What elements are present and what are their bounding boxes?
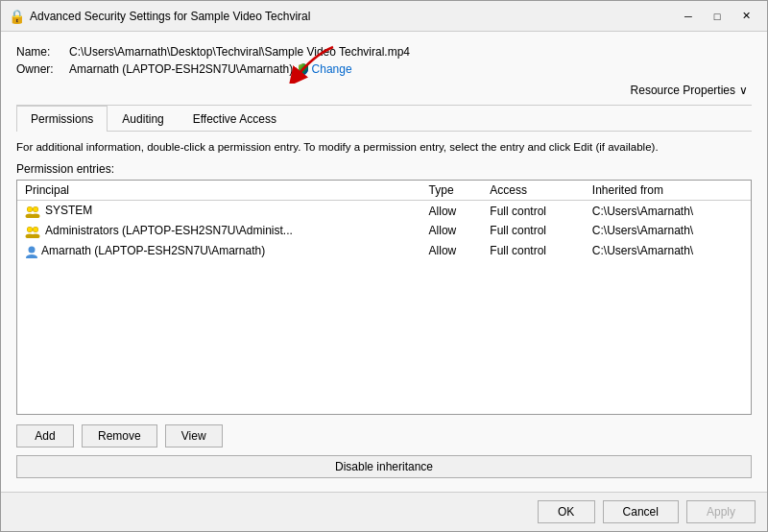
cell-type: Allow (421, 201, 483, 221)
minimize-button[interactable]: ─ (675, 7, 702, 26)
permissions-table-container: Principal Type Access Inherited from SYS… (16, 180, 752, 415)
action-buttons: Add Remove View (16, 424, 752, 447)
col-header-type: Type (421, 181, 483, 201)
tab-bar: Permissions Auditing Effective Access (16, 106, 752, 132)
owner-value: Amarnath (LAPTOP-ESH2SN7U\Amarnath) (69, 62, 293, 76)
cell-principal: SYSTEM (17, 201, 421, 221)
col-header-principal: Principal (17, 181, 421, 201)
tab-effective-access[interactable]: Effective Access (179, 106, 291, 132)
close-button[interactable]: ✕ (732, 7, 759, 26)
user-icon (25, 245, 38, 258)
resource-properties-row: Resource Properties ∨ (16, 82, 752, 99)
main-content: Name: C:\Users\Amarnath\Desktop\Techvira… (1, 32, 767, 492)
tab-permissions[interactable]: Permissions (16, 106, 108, 132)
footer: OK Cancel Apply (1, 492, 767, 531)
cell-principal: Amarnath (LAPTOP-ESH2SN7U\Amarnath) (17, 241, 421, 261)
table-row[interactable]: SYSTEMAllowFull controlC:\Users\Amarnath… (17, 201, 751, 221)
resource-properties-label: Resource Properties (631, 84, 735, 97)
group-icon (25, 205, 42, 218)
svg-point-4 (28, 206, 33, 211)
permissions-table: Principal Type Access Inherited from SYS… (17, 181, 751, 260)
col-header-access: Access (482, 181, 585, 201)
cancel-button[interactable]: Cancel (603, 500, 679, 523)
remove-button[interactable]: Remove (82, 424, 157, 447)
group-icon (25, 225, 42, 238)
name-label: Name: (16, 45, 69, 59)
view-button[interactable]: View (165, 424, 223, 447)
cell-inherited: C:\Users\Amarnath\ (585, 201, 751, 221)
chevron-down-icon: ∨ (739, 84, 748, 97)
resource-properties-button[interactable]: Resource Properties ∨ (627, 82, 752, 99)
tab-auditing[interactable]: Auditing (108, 106, 178, 132)
owner-label: Owner: (16, 62, 69, 76)
window-title: Advanced Security Settings for Sample Vi… (30, 10, 675, 23)
name-value: C:\Users\Amarnath\Desktop\Techviral\Samp… (69, 45, 410, 59)
svg-point-13 (26, 254, 37, 258)
owner-row: Owner: Amarnath (LAPTOP-ESH2SN7U\Amarnat… (16, 62, 752, 76)
svg-point-11 (34, 227, 38, 231)
ok-button[interactable]: OK (538, 500, 595, 523)
apply-button[interactable]: Apply (686, 500, 756, 523)
svg-point-12 (29, 246, 36, 253)
maximize-button[interactable]: □ (704, 7, 731, 26)
cell-access: Full control (482, 221, 585, 241)
add-button[interactable]: Add (16, 424, 74, 447)
help-text: For additional information, double-click… (16, 139, 752, 155)
disable-inheritance-button[interactable]: Disable inheritance (16, 455, 752, 478)
change-link[interactable]: Change (312, 62, 352, 76)
shield-icon (297, 62, 310, 76)
cell-principal: Administrators (LAPTOP-ESH2SN7U\Administ… (17, 221, 421, 241)
cell-inherited: C:\Users\Amarnath\ (585, 241, 751, 261)
cell-access: Full control (482, 201, 585, 221)
window-icon: 🔒 (9, 9, 24, 24)
svg-point-10 (28, 227, 33, 231)
cell-type: Allow (421, 241, 483, 261)
svg-point-5 (34, 206, 38, 211)
title-controls: ─ □ ✕ (675, 7, 759, 26)
cell-access: Full control (482, 241, 585, 261)
permission-entries-label: Permission entries: (16, 162, 752, 176)
main-window: 🔒 Advanced Security Settings for Sample … (0, 0, 768, 532)
table-row[interactable]: Amarnath (LAPTOP-ESH2SN7U\Amarnath)Allow… (17, 241, 751, 261)
table-row[interactable]: Administrators (LAPTOP-ESH2SN7U\Administ… (17, 221, 751, 241)
name-row: Name: C:\Users\Amarnath\Desktop\Techvira… (16, 45, 752, 59)
cell-inherited: C:\Users\Amarnath\ (585, 221, 751, 241)
cell-type: Allow (421, 221, 483, 241)
col-header-inherited: Inherited from (585, 181, 751, 201)
title-bar: 🔒 Advanced Security Settings for Sample … (1, 1, 767, 32)
